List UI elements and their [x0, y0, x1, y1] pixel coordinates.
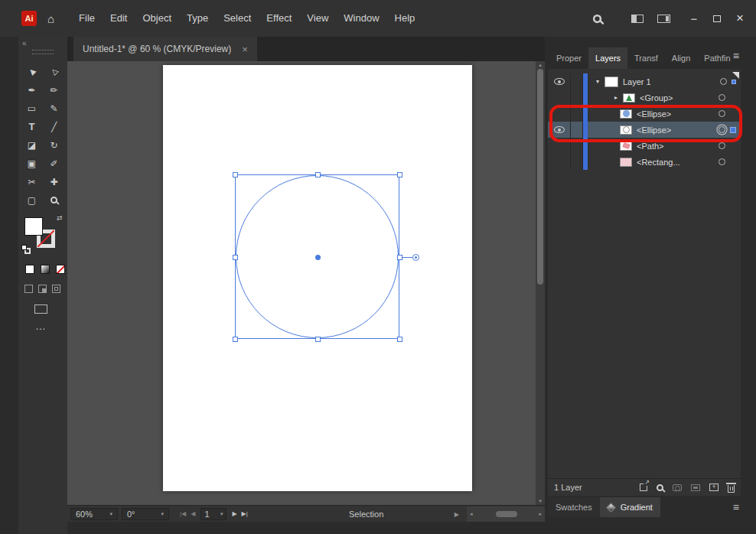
layer-row-ellipse1[interactable]: <Ellipse>: [548, 106, 741, 122]
line-segment-tool[interactable]: ╱: [43, 118, 65, 135]
pie-widget-handle[interactable]: [412, 254, 419, 261]
fill-swatch[interactable]: [24, 217, 43, 236]
selection-handle-n[interactable]: [315, 172, 321, 177]
vertical-scrollbar[interactable]: ▴ ▾: [536, 61, 545, 505]
artboard-number-select[interactable]: 1 ▾: [200, 508, 226, 520]
visibility-cell[interactable]: [548, 122, 571, 138]
lock-cell[interactable]: [571, 122, 583, 138]
visibility-cell[interactable]: [548, 106, 571, 122]
eyedropper-tool[interactable]: ✐: [43, 155, 65, 172]
tab-close-icon[interactable]: ×: [242, 44, 248, 55]
layer-thumbnail[interactable]: [620, 109, 632, 119]
layer-label[interactable]: Layer 1: [623, 77, 651, 86]
visibility-cell[interactable]: [548, 73, 571, 90]
collapse-panel-icon[interactable]: «: [22, 39, 27, 47]
eraser-tool[interactable]: ◪: [21, 136, 43, 154]
next-artboard-button[interactable]: ▶: [232, 510, 236, 517]
first-artboard-button[interactable]: |◀: [180, 510, 186, 517]
lock-cell[interactable]: [571, 73, 583, 90]
menu-effect[interactable]: Effect: [259, 0, 299, 37]
home-icon[interactable]: ⌂: [47, 12, 54, 25]
lock-cell[interactable]: [571, 154, 583, 170]
menu-type[interactable]: Type: [179, 0, 216, 37]
layer-label[interactable]: <Group>: [640, 93, 673, 103]
draw-behind-icon[interactable]: [38, 285, 47, 293]
selection-handle-sw[interactable]: [233, 337, 238, 342]
scroll-right-arrow-icon[interactable]: ▶: [455, 511, 459, 518]
tab-transform[interactable]: Transf: [627, 47, 665, 69]
horizontal-scrollbar-thumb[interactable]: [496, 511, 517, 517]
selection-tool[interactable]: ▶: [21, 63, 43, 80]
last-artboard-button[interactable]: ▶|: [242, 510, 248, 517]
selection-handle-ne[interactable]: [397, 172, 402, 177]
lock-cell[interactable]: [571, 138, 583, 154]
curvature-tool[interactable]: ✏: [43, 81, 65, 99]
layer-label[interactable]: <Path>: [637, 142, 663, 151]
zoom-tool[interactable]: [43, 191, 65, 209]
layer-thumbnail[interactable]: [604, 77, 618, 87]
panel-drag-grip[interactable]: [32, 50, 54, 54]
maximize-button[interactable]: [705, 0, 728, 37]
rotation-select[interactable]: 0° ▾: [122, 508, 169, 520]
search-icon[interactable]: [593, 14, 601, 22]
shaper-tool[interactable]: ▣: [21, 155, 43, 172]
expand-chevron-icon[interactable]: ▾: [592, 78, 603, 85]
target-circle[interactable]: [719, 94, 725, 101]
type-tool[interactable]: T: [21, 118, 43, 135]
selection-handle-se[interactable]: [397, 337, 402, 342]
workspace-switcher-icon[interactable]: [657, 15, 670, 23]
menu-object[interactable]: Object: [135, 0, 179, 37]
target-circle[interactable]: [719, 110, 725, 117]
menu-window[interactable]: Window: [336, 0, 386, 37]
lock-cell[interactable]: [571, 90, 583, 106]
selection-handle-e[interactable]: [397, 255, 402, 260]
lock-cell[interactable]: [571, 106, 583, 122]
scroll-up-icon[interactable]: ▴: [536, 62, 545, 68]
vertical-scrollbar-thumb[interactable]: [537, 69, 543, 285]
free-transform-tool[interactable]: ✚: [43, 173, 65, 190]
tab-layers[interactable]: Layers: [588, 47, 627, 69]
bottom-panel-menu-icon[interactable]: ≡: [733, 502, 739, 513]
target-circle[interactable]: [719, 142, 725, 149]
new-sublayer-icon[interactable]: [691, 484, 700, 491]
selection-handle-s[interactable]: [315, 337, 321, 342]
make-clipping-mask-icon[interactable]: [673, 484, 682, 491]
canvas[interactable]: ▴ ▾: [67, 61, 545, 505]
zoom-select[interactable]: 60% ▾: [70, 508, 118, 520]
center-point[interactable]: [315, 255, 321, 260]
none-button[interactable]: [56, 265, 65, 274]
close-button[interactable]: ×: [728, 0, 751, 37]
menu-edit[interactable]: Edit: [103, 0, 135, 37]
layer-row-path[interactable]: <Path>: [548, 138, 741, 154]
color-button[interactable]: [25, 265, 34, 274]
menu-help[interactable]: Help: [387, 0, 423, 37]
visibility-cell[interactable]: [548, 154, 571, 170]
layer-label[interactable]: <Ellipse>: [637, 109, 671, 119]
scroll-down-icon[interactable]: ▾: [536, 498, 545, 504]
menu-select[interactable]: Select: [216, 0, 259, 37]
screen-mode-icon[interactable]: [34, 304, 47, 314]
panel-menu-icon[interactable]: ≡: [733, 50, 739, 61]
target-circle[interactable]: [719, 158, 725, 165]
tab-properties[interactable]: Proper: [549, 47, 588, 69]
layer-row-layer1[interactable]: ▾ Layer 1: [548, 73, 741, 90]
menu-file[interactable]: File: [71, 0, 103, 37]
app-logo-icon[interactable]: Ai: [21, 11, 37, 26]
target-circle-selected[interactable]: [719, 126, 725, 133]
tab-swatches[interactable]: Swatches: [548, 497, 600, 517]
delete-selection-icon[interactable]: [728, 485, 735, 493]
target-circle[interactable]: [720, 78, 727, 85]
layer-thumbnail[interactable]: [623, 93, 635, 103]
minimize-button[interactable]: −: [683, 0, 705, 37]
menu-view[interactable]: View: [299, 0, 336, 37]
arrange-documents-icon[interactable]: [631, 15, 644, 23]
direct-selection-tool[interactable]: ▷: [43, 63, 65, 80]
artboard-tool[interactable]: ▢: [21, 191, 43, 209]
selection-handle-nw[interactable]: [233, 172, 238, 177]
scissors-tool[interactable]: ✂: [21, 173, 43, 190]
horizontal-scrollbar[interactable]: ◂ ▸: [467, 506, 545, 522]
layer-label[interactable]: <Ellipse>: [637, 125, 671, 135]
rectangle-tool[interactable]: ▭: [21, 99, 43, 117]
tab-pathfinder[interactable]: Pathfin: [697, 47, 737, 69]
layer-row-rectangle[interactable]: <Rectang...: [548, 154, 741, 170]
